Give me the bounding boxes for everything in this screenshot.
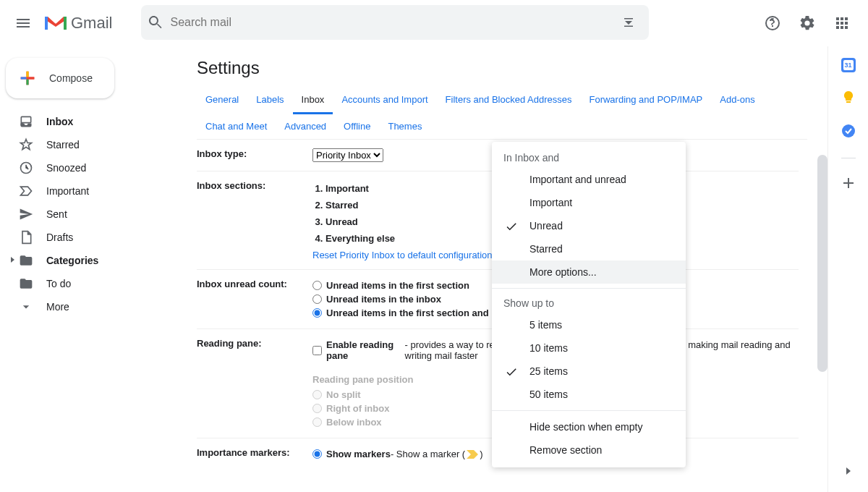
keep-addon-button[interactable] [841,90,856,106]
show-markers-desc: - Show a marker ( [391,449,465,459]
tab-advanced[interactable]: Advanced [276,114,335,139]
inbox-icon [19,114,33,129]
folder-icon [19,253,33,268]
tab-inbox[interactable]: Inbox [293,87,333,114]
calendar-addon-button[interactable]: 31 [841,58,856,72]
support-button[interactable] [758,9,787,38]
important-icon [19,184,33,198]
tab-chat-and-meet[interactable]: Chat and Meet [197,114,276,139]
sidebar-item-sent[interactable]: Sent [0,203,179,226]
nav-label: Drafts [46,232,73,243]
show-markers-radio[interactable] [312,449,322,459]
nav-label: Sent [46,208,67,220]
chevron-right-icon [841,464,856,478]
sidebar-item-snoozed[interactable]: Snoozed [0,156,179,179]
nav-label: Starred [46,139,80,150]
unread-count-radio-0[interactable] [312,281,322,290]
pane-position-radio-1 [312,404,322,413]
search-input[interactable] [170,16,620,29]
settings-tabs: GeneralLabelsInboxAccounts and ImportFil… [197,87,807,140]
enable-reading-pane-checkbox[interactable] [312,346,322,355]
dd-count-items[interactable]: 50 items [492,383,686,406]
inbox-type-label: Inbox type: [197,148,312,162]
sidebar-item-categories[interactable]: Categories [0,249,179,272]
apps-button[interactable] [827,9,856,38]
hamburger-icon [14,14,32,32]
scrollbar[interactable] [817,155,827,372]
search-icon [147,14,164,31]
compose-button[interactable]: Compose [6,58,114,98]
reset-priority-link[interactable]: Reset Priority Inbox to default configur… [312,250,493,260]
svg-rect-2 [624,18,633,20]
section-options-dropdown: In Inbox and Important and unreadImporta… [492,142,686,467]
gmail-logo[interactable]: Gmail [43,14,112,33]
sidebar: Compose InboxStarredSnoozedImportantSent… [0,46,185,492]
dd-filter-more-options[interactable]: More options... [492,260,686,284]
sidebar-item-to-do[interactable]: To do [0,272,179,295]
pane-position-radio-2 [312,417,322,427]
compose-label: Compose [49,72,93,84]
svg-rect-5 [846,101,851,103]
dd-filter-important-and-unread[interactable]: Important and unread [492,168,686,191]
sidebar-item-more[interactable]: More [0,295,179,318]
sidebar-item-drafts[interactable]: Drafts [0,226,179,249]
svg-rect-3 [624,26,633,27]
enable-reading-pane-text: Enable reading pane [326,339,405,361]
dd-count-items[interactable]: 25 items [492,360,686,383]
settings-content: Settings GeneralLabelsInboxAccounts and … [185,46,827,492]
importance-marker-icon [467,450,478,459]
settings-button[interactable] [793,9,822,38]
svg-rect-1 [64,17,67,30]
nav-label: More [46,301,69,313]
tab-add-ons[interactable]: Add-ons [711,87,763,114]
pane-position-option-1: Right of inbox [326,403,389,414]
dd-filter-important[interactable]: Important [492,191,686,214]
pane-position-option-0: No split [326,389,361,400]
main-menu-button[interactable] [6,6,41,41]
dd-action-hide-section-when-empty[interactable]: Hide section when empty [492,415,686,438]
logo-text: Gmail [71,14,112,33]
dd-filter-unread[interactable]: Unread [492,214,686,237]
unread-count-option-0: Unread items in the first section [326,280,469,291]
sidebar-item-inbox[interactable]: Inbox [0,110,179,133]
dropdown-header-inbox-and: In Inbox and [492,148,686,168]
tab-general[interactable]: General [197,87,247,114]
unread-count-label: Inbox unread count: [197,279,312,320]
sidebar-item-important[interactable]: Important [0,179,179,203]
search-box[interactable] [141,5,649,40]
dd-action-remove-section[interactable]: Remove section [492,438,686,462]
folder-icon [19,276,33,291]
draft-icon [19,230,33,245]
unread-count-radio-2[interactable] [312,308,322,318]
unread-count-option-2: Unread items in the first section and in… [326,308,516,318]
inbox-sections-label: Inbox sections: [197,180,312,260]
keep-icon [841,90,856,104]
unread-count-radio-1[interactable] [312,294,322,304]
dd-count-items[interactable]: 10 items [492,336,686,360]
reading-pane-label: Reading pane: [197,338,312,429]
importance-markers-label: Importance markers: [197,447,312,461]
check-icon [505,365,518,381]
tab-labels[interactable]: Labels [247,87,292,114]
dd-filter-starred[interactable]: Starred [492,237,686,260]
search-options-icon[interactable] [620,14,637,31]
tab-forwarding-and-pop-imap[interactable]: Forwarding and POP/IMAP [580,87,711,114]
tab-filters-and-blocked-addresses[interactable]: Filters and Blocked Addresses [437,87,581,114]
inbox-type-select[interactable]: Priority Inbox [312,148,383,162]
svg-rect-0 [45,17,48,30]
collapse-panel-button[interactable] [841,464,856,480]
nav-label: Inbox [46,116,73,127]
add-addon-button[interactable] [841,176,856,192]
sent-icon [19,207,33,221]
tab-themes[interactable]: Themes [379,114,430,139]
dropdown-header-show-up-to: Show up to [492,293,686,313]
svg-point-6 [842,124,855,137]
sidebar-item-starred[interactable]: Starred [0,133,179,156]
dd-count-items[interactable]: 5 items [492,313,686,336]
nav-label: Snoozed [46,162,86,174]
tasks-addon-button[interactable] [841,124,856,140]
tab-offline[interactable]: Offline [335,114,379,139]
tab-accounts-and-import[interactable]: Accounts and Import [333,87,436,114]
unread-count-option-1: Unread items in the inbox [326,294,441,305]
tasks-icon [841,124,856,138]
